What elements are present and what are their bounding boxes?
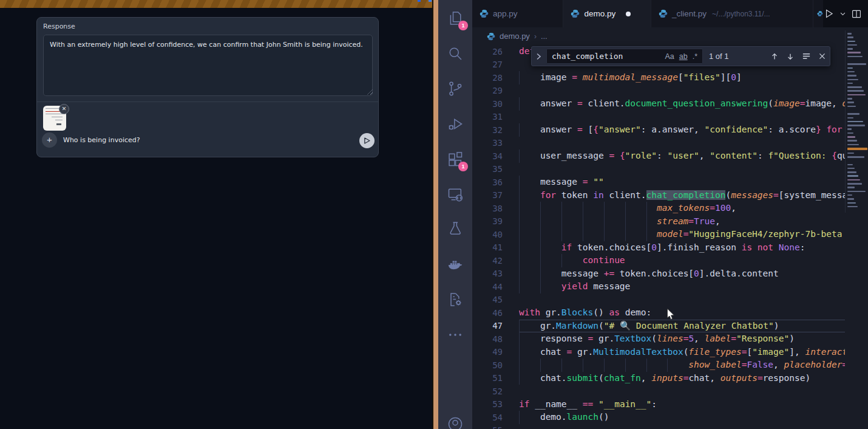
activity-bar: 1 1 <box>438 0 472 429</box>
code-line: 47gr.Markdown("# 🔍 Document Analyzer Cha… <box>472 320 845 333</box>
line-number: 46 <box>472 308 503 318</box>
minimap-line <box>847 198 854 200</box>
minimap-line <box>847 94 866 96</box>
testing-beaker-icon[interactable] <box>447 220 464 237</box>
breadcrumb-file[interactable]: demo.py <box>500 32 530 41</box>
editor-region: app.py demo.py _client.py ~/.../python3.… <box>472 0 868 429</box>
split-editor-button[interactable] <box>851 9 862 19</box>
minimap-line <box>847 183 862 185</box>
python-icon <box>817 9 823 18</box>
run-debug-icon[interactable] <box>447 115 464 132</box>
minimap-line <box>847 113 860 115</box>
line-number: 40 <box>472 230 503 239</box>
minimap-line <box>847 79 858 81</box>
extensions-icon[interactable]: 1 <box>447 151 464 168</box>
minimap-line <box>847 187 855 188</box>
line-number: 30 <box>472 99 503 109</box>
breadcrumb-symbol[interactable]: ... <box>541 32 548 41</box>
line-number: 33 <box>472 138 503 148</box>
line-number: 45 <box>472 295 503 304</box>
response-textbox[interactable]: With an extremely high level of confiden… <box>43 35 373 96</box>
chat-message-input[interactable]: Who is being invoiced? <box>63 136 140 144</box>
tab-app-py[interactable]: app.py <box>472 0 563 27</box>
minimap-line <box>847 156 864 158</box>
breadcrumb-separator: › <box>534 32 537 41</box>
minimap-line <box>847 90 864 92</box>
code-line: 44yield message <box>472 280 845 293</box>
code-line: 51chat.submit(chat_fn, inputs=chat, outp… <box>472 372 845 385</box>
line-number: 43 <box>472 269 503 278</box>
python-icon <box>571 9 580 18</box>
minimap-line <box>847 33 852 35</box>
line-number: 32 <box>472 125 503 135</box>
minimap-line <box>847 144 859 146</box>
editor-actions <box>823 0 868 27</box>
explorer-badge: 1 <box>458 21 468 30</box>
add-file-button[interactable]: + <box>42 132 57 148</box>
code-line: 31 <box>472 111 845 124</box>
modified-dot[interactable] <box>626 12 631 16</box>
line-number: 38 <box>472 204 503 213</box>
minimap-line <box>847 86 862 88</box>
code-line: 43message += token.choices[0].delta.cont… <box>472 267 845 281</box>
code-line: 40model="HuggingFaceH4/zephyr-7b-beta <box>472 228 845 241</box>
find-widget: Aa ab .* 1 of 1 <box>531 46 830 66</box>
tab-demo-py[interactable]: demo.py <box>563 0 651 27</box>
tab-label: app.py <box>493 9 518 18</box>
minimap-line <box>847 136 855 138</box>
minimap-line <box>847 148 867 150</box>
code-line: 39stream=True, <box>472 215 845 228</box>
run-dropdown-chevron[interactable] <box>839 10 846 17</box>
line-number: 44 <box>472 282 503 292</box>
remove-attachment-button[interactable]: ✕ <box>59 104 69 114</box>
minimap-line <box>847 202 856 204</box>
line-number: 29 <box>472 86 503 95</box>
previous-match-button[interactable] <box>770 52 779 61</box>
minimap-line <box>847 128 852 130</box>
split-sash[interactable] <box>432 0 438 429</box>
remote-explorer-icon[interactable] <box>447 186 464 203</box>
next-match-button[interactable] <box>786 52 795 61</box>
find-input[interactable] <box>552 52 662 61</box>
match-case-toggle[interactable]: Aa <box>662 52 676 61</box>
code-line: 38max_tokens=100, <box>472 202 845 215</box>
minimap-line <box>847 168 855 170</box>
tab-label: _client.py <box>672 9 707 18</box>
minimap[interactable] <box>845 30 868 213</box>
minimap-line <box>847 44 857 46</box>
line-number: 37 <box>472 190 503 200</box>
minimap-line <box>847 153 854 154</box>
code-editor[interactable]: 26def chat_fn(multimodal_message):2728im… <box>472 45 845 429</box>
find-nav-buttons <box>770 52 826 61</box>
code-line: 50show_label=False, placeholder= <box>472 359 845 372</box>
code-line: 28image = multimodal_message["files"][0] <box>472 71 845 84</box>
stripe-dot <box>429 0 432 2</box>
find-in-selection-button[interactable] <box>802 52 811 61</box>
toggle-replace-chevron[interactable] <box>533 51 544 62</box>
minimap-line <box>847 41 855 43</box>
response-label: Response <box>43 22 75 30</box>
docker-icon[interactable] <box>447 256 464 273</box>
more-ellipsis-icon[interactable] <box>447 326 464 343</box>
minimap-line <box>847 52 861 53</box>
line-number: 39 <box>472 216 503 226</box>
code-line: 36message = "" <box>472 176 845 189</box>
search-icon[interactable] <box>447 45 464 62</box>
source-control-icon[interactable] <box>447 80 464 97</box>
line-number: 42 <box>472 256 503 266</box>
run-button[interactable] <box>823 8 835 19</box>
close-find-button[interactable] <box>818 52 826 60</box>
send-button[interactable] <box>359 133 375 148</box>
minimap-line <box>847 56 863 58</box>
account-icon[interactable] <box>447 416 464 429</box>
minimap-line <box>847 83 853 84</box>
explorer-icon[interactable]: 1 <box>447 10 464 27</box>
regex-toggle[interactable]: .* <box>690 52 700 61</box>
task-config-icon[interactable] <box>447 291 464 308</box>
minimap-line <box>847 164 853 166</box>
tab-overflow-sliver[interactable] <box>813 0 823 27</box>
line-number: 34 <box>472 151 503 161</box>
whole-word-toggle[interactable]: ab <box>677 52 690 61</box>
minimap-line <box>847 206 858 208</box>
tab-client-py[interactable]: _client.py ~/.../python3.11/... <box>651 0 813 27</box>
